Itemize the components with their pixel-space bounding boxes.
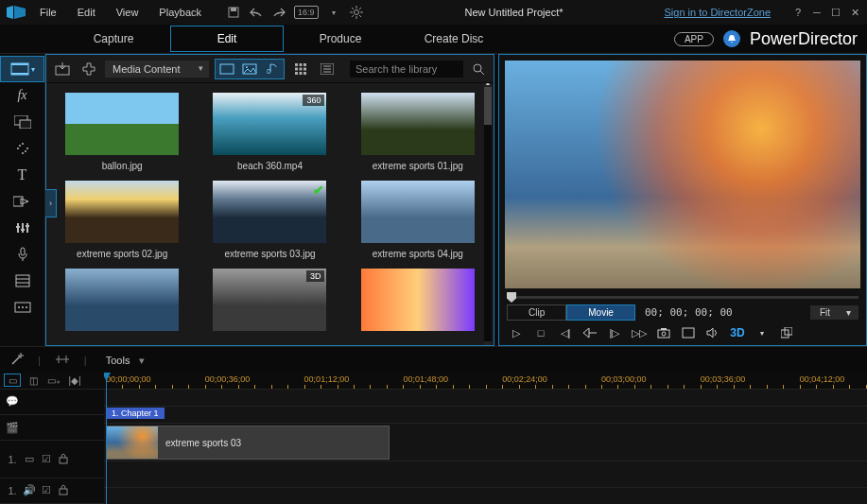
grid-view-icon[interactable] [290,59,311,79]
scroll-down-icon[interactable]: ▼ [484,341,492,345]
next-frame-icon[interactable]: |▷ [607,326,622,339]
volume-icon[interactable] [705,326,720,339]
app-button[interactable]: APP [674,32,714,46]
track-lock-icon[interactable] [57,484,70,497]
tool-title-icon[interactable]: T [0,162,44,188]
tool-audio-mix-icon[interactable] [0,215,44,241]
undock-icon[interactable] [779,326,794,339]
media-thumbnail[interactable]: 360beach 360.mp4 [203,93,336,171]
media-thumbnail[interactable]: ballon.jpg [56,93,188,171]
preview-tab-clip[interactable]: Clip [507,304,566,321]
app-logo [6,4,26,21]
settings-gear-icon[interactable] [349,6,364,19]
marker-track[interactable] [104,390,867,407]
media-thumbnail[interactable]: ✔extreme sports 03.jpg [203,181,336,259]
tool-pip-icon[interactable] [0,109,44,135]
stop-icon[interactable]: □ [533,326,548,339]
mode-edit[interactable]: Edit [170,26,284,52]
zoom-fit-dropdown[interactable]: Fit [810,305,858,320]
video-track-icon[interactable]: ▭ [23,453,36,465]
preview-tab-movie[interactable]: Movie [566,304,635,321]
menu-file[interactable]: File [30,3,66,22]
menu-playback[interactable]: Playback [149,3,211,22]
chevron-down-icon[interactable]: ▾ [326,6,341,19]
redo-icon[interactable] [271,6,286,19]
trim-icon[interactable] [54,354,71,367]
library-menu-icon[interactable] [317,59,338,79]
preview-canvas[interactable] [505,61,860,288]
snapshot-icon[interactable] [656,326,671,339]
save-icon[interactable] [226,6,241,19]
marker-icon[interactable]: |◆| [66,374,83,387]
chapter-track-icon[interactable]: 🎬 [6,422,19,434]
prev-frame-icon[interactable]: ◁| [558,326,573,339]
filter-video-icon[interactable] [216,60,238,78]
track-lock-icon[interactable] [57,453,70,466]
video-track-1[interactable]: extreme sports 03 [104,424,867,461]
plugin-icon[interactable] [78,59,99,79]
tool-fx-icon[interactable]: fx [0,82,44,109]
library-toolbar: Media Content Search the library [46,55,494,83]
audio-track-icon[interactable]: 🔊 [23,484,36,496]
media-thumbnail[interactable]: extreme sports 01.jpg [352,93,484,171]
media-thumbnail[interactable]: extreme sports 04.jpg [352,181,484,259]
media-thumbnail[interactable] [56,269,188,337]
mode-create-disc[interactable]: Create Disc [397,26,511,52]
filter-image-icon[interactable] [238,60,261,78]
scroll-thumb[interactable] [484,87,492,125]
timeline-ruler[interactable]: 00;00;00;0000;00;36;0000;01;12;0000;01;4… [104,373,867,390]
media-thumbnail[interactable]: extreme sports 02.jpg [56,181,188,259]
maximize-icon[interactable]: ☐ [829,6,842,19]
tools-row: | | Tools [0,346,867,373]
svg-rect-14 [11,63,28,65]
tool-subtitle-icon[interactable] [0,294,44,321]
step-back-icon[interactable] [582,326,598,339]
tool-particle-icon[interactable] [0,135,44,162]
notification-bell-icon[interactable] [723,30,740,47]
chapter-track[interactable]: 1. Chapter 1 [104,407,867,424]
track-visible-checkbox[interactable]: ☑ [40,453,53,465]
mode-capture[interactable]: Capture [57,26,170,52]
storyboard-view-icon[interactable]: ◫ [25,374,42,387]
fast-forward-icon[interactable]: ▷▷ [632,326,647,339]
tool-chapter-icon[interactable] [0,268,44,294]
play-icon[interactable]: ▷ [509,326,524,339]
aspect-ratio-button[interactable]: 16:9 [294,6,319,19]
import-icon[interactable] [52,59,73,79]
library-scrollbar[interactable]: ▲ ▼ [484,87,492,341]
3d-button[interactable]: 3D [730,326,745,339]
tools-dropdown[interactable]: Tools [100,353,149,368]
minimize-icon[interactable]: ─ [810,6,824,19]
mode-produce[interactable]: Produce [284,26,397,52]
tool-voice-icon[interactable] [0,241,44,268]
audio-track-1[interactable] [104,461,867,488]
tool-media-icon[interactable]: ▾ [0,56,44,82]
menu-edit[interactable]: Edit [68,3,105,22]
media-thumbnail[interactable]: 3D [203,269,336,337]
search-input[interactable]: Search the library [350,61,463,78]
svg-rect-45 [300,63,303,66]
library-filter-dropdown[interactable]: Media Content [105,61,209,78]
3d-dropdown-icon[interactable]: ▾ [754,326,770,339]
playhead[interactable] [106,373,107,504]
seek-bar[interactable] [507,296,858,299]
magic-wand-icon[interactable] [9,352,25,369]
search-icon[interactable] [469,60,488,78]
close-icon[interactable]: ✕ [848,6,861,19]
add-track-icon[interactable]: ▭₊ [45,374,62,387]
media-thumbnail[interactable] [352,269,484,337]
timeline-view-icon[interactable]: ▭ [4,374,21,387]
track-audible-checkbox[interactable]: ☑ [40,484,53,496]
signin-link[interactable]: Sign in to DirectorZone [665,7,772,18]
tool-transition-icon[interactable] [0,188,44,215]
menu-view[interactable]: View [107,3,148,22]
svg-rect-44 [295,63,298,66]
undo-icon[interactable] [249,6,264,19]
filter-audio-icon[interactable] [261,60,284,78]
marker-track-icon[interactable]: 💬 [6,395,19,408]
timeline-body[interactable]: 00;00;00;0000;00;36;0000;01;12;0000;01;4… [104,373,867,504]
timeline-clip[interactable]: extreme sports 03 [106,426,390,460]
chapter-marker[interactable]: 1. Chapter 1 [106,408,165,419]
loop-icon[interactable] [681,326,696,339]
help-icon[interactable]: ? [791,6,805,19]
